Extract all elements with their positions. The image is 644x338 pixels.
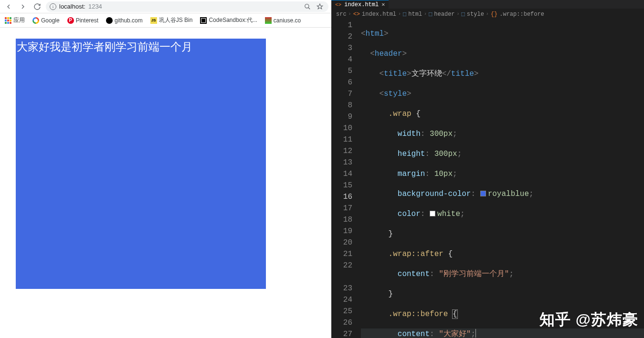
editor-breadcrumbs[interactable]: src › <> index.html › ⬚ html › ⬚ header … — [331, 9, 644, 20]
nav-back-button[interactable] — [3, 1, 14, 12]
crumb[interactable]: .wrap::before — [499, 11, 544, 18]
google-icon — [32, 17, 39, 24]
site-info-icon[interactable]: i — [50, 3, 56, 10]
url-port: 1234 — [88, 3, 102, 10]
crumb[interactable]: index.html — [362, 11, 396, 18]
tag-icon: ⬚ — [403, 10, 406, 18]
bookmark-apps[interactable]: 应用 — [5, 16, 25, 24]
address-bar[interactable]: i localhost:1234 — [46, 1, 328, 12]
github-icon — [106, 17, 113, 24]
apps-grid-icon — [5, 17, 11, 24]
tab-close-icon[interactable]: ✕ — [381, 1, 385, 8]
crumb[interactable]: html — [408, 11, 422, 18]
bookmark-label: 应用 — [13, 16, 25, 24]
tag-icon: ⬚ — [429, 10, 432, 18]
nav-reload-button[interactable] — [32, 1, 43, 12]
crumb[interactable]: src — [336, 11, 347, 18]
color-swatch-icon — [430, 211, 435, 216]
editor-tab-index[interactable]: <> index.html ✕ — [331, 0, 389, 9]
css-rule-icon: {} — [491, 11, 497, 18]
watermark: 知乎 @苏炜豪 — [536, 309, 638, 330]
chevron-right-icon: › — [486, 11, 489, 17]
bookmark-star-icon[interactable] — [315, 2, 325, 11]
chevron-right-icon: › — [457, 11, 460, 17]
zoom-icon[interactable] — [303, 2, 312, 11]
crumb[interactable]: header — [434, 11, 454, 18]
editor-body[interactable]: 1 2 3 4 5 6 7 8 9 10 11 12 13 14 15 16 1… — [331, 20, 644, 338]
chevron-right-icon: › — [348, 11, 351, 17]
tag-icon: ⬚ — [462, 10, 465, 18]
bookmark-jsbin[interactable]: JS 巩人谷JS Bin — [150, 16, 193, 24]
code-area[interactable]: <html> <header> <title>文字环绕</title> <sty… — [361, 20, 644, 338]
html-file-icon: <> — [335, 2, 341, 8]
tab-filename: index.html — [344, 1, 379, 8]
editor-tab-bar: <> index.html ✕ — [331, 0, 644, 9]
bookmark-caniuse[interactable]: caniuse.co — [265, 17, 301, 24]
jsbin-icon: JS — [150, 17, 157, 24]
chevron-right-icon: › — [424, 11, 427, 17]
svg-point-0 — [305, 4, 309, 8]
watermark-text: 知乎 @苏炜豪 — [539, 311, 638, 328]
nav-forward-button[interactable] — [17, 1, 29, 12]
pinterest-icon: P — [67, 17, 74, 24]
codesandbox-icon — [200, 17, 207, 24]
bookmarks-bar: 应用 Google P Pinterest github.com JS 巩人谷J… — [0, 13, 331, 28]
url-host: localhost: — [59, 3, 85, 10]
bookmark-label: github.com — [115, 17, 143, 24]
bookmark-label: CodeSandbox:代... — [209, 16, 257, 24]
bookmark-codesandbox[interactable]: CodeSandbox:代... — [200, 16, 257, 24]
bookmark-google[interactable]: Google — [32, 17, 60, 24]
bookmark-label: Google — [41, 17, 60, 24]
chevron-right-icon: › — [398, 11, 401, 17]
wrap-text: 大家好我是初学者刚学习前端一个月 — [17, 41, 192, 53]
bookmark-github[interactable]: github.com — [106, 17, 143, 24]
html-file-icon: <> — [353, 11, 360, 18]
line-number-gutter: 1 2 3 4 5 6 7 8 9 10 11 12 13 14 15 16 1… — [331, 20, 361, 338]
rendered-wrap-box: 大家好我是初学者刚学习前端一个月 — [16, 39, 266, 289]
bookmark-pinterest[interactable]: P Pinterest — [67, 17, 98, 24]
text-cursor — [475, 329, 476, 338]
browser-toolbar: i localhost:1234 — [0, 0, 331, 13]
crumb[interactable]: style — [467, 11, 484, 18]
browser-pane: i localhost:1234 应用 Google P Pinterest g… — [0, 0, 331, 338]
bookmark-label: caniuse.co — [274, 17, 301, 24]
bookmark-label: Pinterest — [76, 17, 98, 24]
bookmark-label: 巩人谷JS Bin — [159, 16, 193, 24]
color-swatch-icon — [480, 191, 486, 196]
page-viewport: 大家好我是初学者刚学习前端一个月 — [0, 28, 331, 338]
editor-pane: <> index.html ✕ src › <> index.html › ⬚ … — [331, 0, 644, 338]
caniuse-icon — [265, 17, 272, 24]
